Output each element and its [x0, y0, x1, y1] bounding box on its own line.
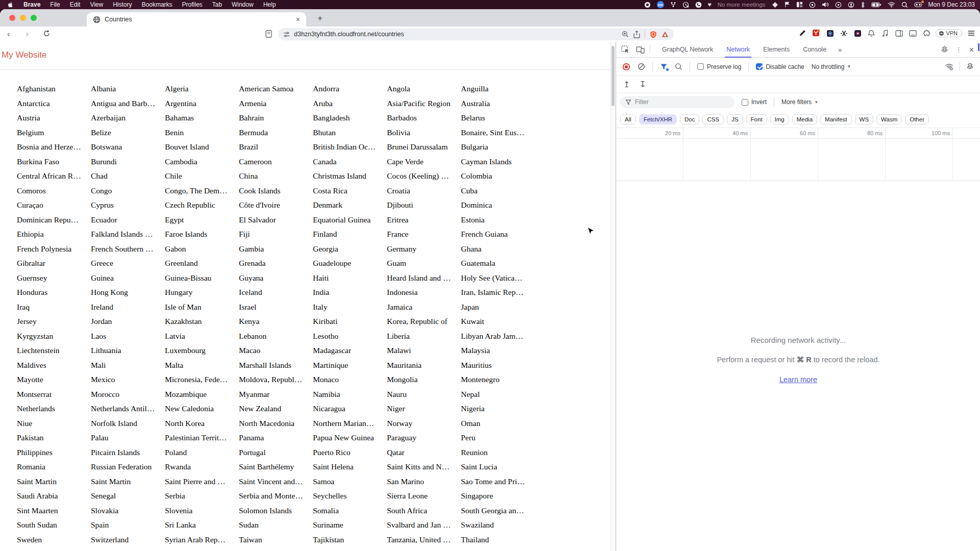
- disable-cache-checkbox-box[interactable]: [756, 63, 763, 70]
- country-item[interactable]: Qatar: [387, 445, 461, 460]
- country-item[interactable]: Norway: [387, 416, 461, 431]
- country-item[interactable]: Bouvet Island: [165, 140, 239, 155]
- country-item[interactable]: Lithuania: [91, 343, 165, 358]
- country-item[interactable]: Montserrat: [17, 387, 91, 402]
- import-har-icon[interactable]: ↥: [623, 80, 630, 89]
- edit-pencil-icon[interactable]: [798, 29, 807, 38]
- country-item[interactable]: Côte d'Ivoire: [239, 198, 313, 213]
- country-item[interactable]: Egypt: [165, 213, 239, 228]
- country-item[interactable]: Mayotte: [17, 372, 91, 387]
- country-item[interactable]: Reunion: [461, 445, 535, 460]
- country-item[interactable]: Bulgaria: [461, 140, 535, 155]
- timeline-cursor[interactable]: [978, 43, 979, 51]
- country-item[interactable]: Ethiopia: [17, 227, 91, 242]
- country-item[interactable]: South Sudan: [17, 518, 91, 533]
- close-window-button[interactable]: [9, 15, 15, 21]
- menu-item[interactable]: Bookmarks: [142, 1, 173, 8]
- country-item[interactable]: Jamaica: [387, 300, 461, 315]
- country-item[interactable]: Guadeloupe: [313, 256, 387, 271]
- country-item[interactable]: Iran, Islamic Rep…: [461, 285, 535, 300]
- resource-type-chip[interactable]: WS: [855, 114, 874, 124]
- country-item[interactable]: Saint Martin: [91, 474, 165, 489]
- apple-icon[interactable]: [7, 1, 14, 8]
- country-item[interactable]: Algeria: [165, 82, 239, 96]
- menu-item[interactable]: History: [113, 1, 132, 8]
- country-item[interactable]: Morocco: [91, 387, 165, 402]
- record-network-log-icon[interactable]: [622, 63, 630, 71]
- brave-shields-icon[interactable]: [650, 31, 657, 38]
- volume-icon[interactable]: [822, 1, 829, 8]
- resource-type-chip[interactable]: Fetch/XHR: [639, 114, 677, 124]
- country-item[interactable]: Guam: [387, 256, 461, 271]
- country-item[interactable]: Niue: [17, 416, 91, 431]
- devtools-close-icon[interactable]: ×: [969, 45, 974, 55]
- country-item[interactable]: Philippines: [17, 445, 91, 460]
- country-item[interactable]: Burkina Faso: [17, 155, 91, 169]
- country-item[interactable]: Congo: [91, 184, 165, 198]
- extension-x-icon[interactable]: [839, 29, 848, 38]
- country-item[interactable]: Christmas Island: [313, 169, 387, 184]
- country-item[interactable]: El Salvador: [239, 213, 313, 228]
- country-item[interactable]: Singapore: [461, 489, 535, 504]
- country-item[interactable]: French Guiana: [461, 227, 535, 242]
- country-item[interactable]: Nepal: [461, 387, 535, 402]
- resource-type-chip[interactable]: JS: [727, 114, 743, 124]
- country-item[interactable]: Iceland: [239, 285, 313, 300]
- record-target-icon[interactable]: [644, 1, 651, 8]
- country-item[interactable]: American Samoa: [239, 82, 313, 96]
- country-item[interactable]: Bahrain: [239, 111, 313, 126]
- country-item[interactable]: New Zealand: [239, 402, 313, 416]
- country-item[interactable]: Martinique: [313, 358, 387, 373]
- country-item[interactable]: Belize: [91, 126, 165, 140]
- extension-dark-badge-icon[interactable]: [853, 29, 862, 38]
- viber-icon[interactable]: [695, 1, 702, 8]
- country-item[interactable]: Armenia: [239, 96, 313, 111]
- country-item[interactable]: Ghana: [461, 242, 535, 257]
- tab-close-icon[interactable]: ×: [296, 16, 300, 23]
- menu-item[interactable]: Window: [232, 1, 254, 8]
- country-item[interactable]: Russian Federation: [91, 460, 165, 474]
- reload-button[interactable]: [43, 30, 51, 37]
- country-item[interactable]: Palau: [91, 431, 165, 445]
- country-item[interactable]: Croatia: [387, 184, 461, 198]
- country-item[interactable]: Bolivia: [387, 126, 461, 140]
- page-scrollbar-thumb[interactable]: [611, 46, 615, 106]
- country-item[interactable]: Eritrea: [387, 213, 461, 228]
- country-item[interactable]: Swaziland: [461, 518, 535, 533]
- country-item[interactable]: Panama: [239, 431, 313, 445]
- sidebar-panel-icon[interactable]: [894, 29, 903, 38]
- country-item[interactable]: Liechtenstein: [17, 343, 91, 358]
- country-item[interactable]: Andorra: [313, 82, 387, 96]
- resource-type-chip[interactable]: Doc: [680, 114, 699, 124]
- resource-type-chip[interactable]: Wasm: [876, 114, 902, 124]
- country-item[interactable]: Costa Rica: [313, 184, 387, 198]
- country-item[interactable]: Estonia: [461, 213, 535, 228]
- country-item[interactable]: Asia/Pacific Region: [387, 96, 461, 111]
- country-item[interactable]: Czech Republic: [165, 198, 239, 213]
- country-item[interactable]: Belarus: [461, 111, 535, 126]
- country-item[interactable]: Comoros: [17, 184, 91, 198]
- country-item[interactable]: Sudan: [239, 518, 313, 533]
- country-item[interactable]: Falkland Islands …: [91, 227, 165, 242]
- country-item[interactable]: Madagascar: [313, 343, 387, 358]
- country-item[interactable]: Saint Pierre and …: [165, 474, 239, 489]
- country-item[interactable]: India: [313, 285, 387, 300]
- country-item[interactable]: Sao Tome and Pri…: [461, 474, 535, 489]
- flag-icon[interactable]: [785, 1, 790, 8]
- country-item[interactable]: North Macedonia: [239, 416, 313, 431]
- page-scrollbar[interactable]: [610, 42, 615, 551]
- notification-bell-icon[interactable]: [867, 29, 876, 38]
- country-item[interactable]: Suriname: [313, 518, 387, 533]
- forward-button[interactable]: ›: [26, 29, 29, 39]
- country-item[interactable]: Sint Maarten: [17, 504, 91, 518]
- more-tabs-icon[interactable]: »: [836, 46, 844, 54]
- country-item[interactable]: Kyrgyzstan: [17, 329, 91, 344]
- country-item[interactable]: Micronesia, Fede…: [165, 372, 239, 387]
- country-item[interactable]: Lesotho: [313, 329, 387, 344]
- country-item[interactable]: Mexico: [91, 372, 165, 387]
- extensions-puzzle-icon[interactable]: [922, 29, 931, 38]
- country-item[interactable]: Curaçao: [17, 198, 91, 213]
- play-circle-icon[interactable]: [835, 1, 842, 8]
- country-item[interactable]: Gibraltar: [17, 256, 91, 271]
- country-item[interactable]: Greece: [91, 256, 165, 271]
